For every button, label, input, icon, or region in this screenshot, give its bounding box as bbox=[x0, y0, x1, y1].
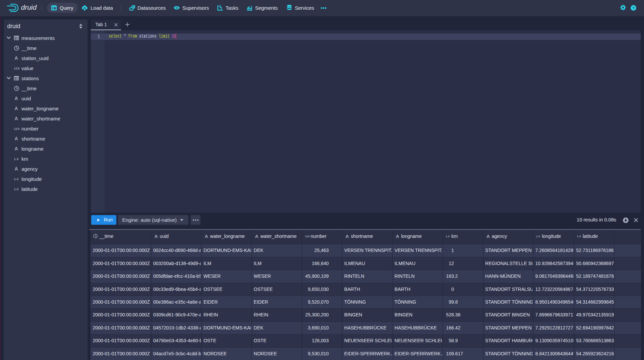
svg-text:?: ? bbox=[632, 6, 635, 10]
